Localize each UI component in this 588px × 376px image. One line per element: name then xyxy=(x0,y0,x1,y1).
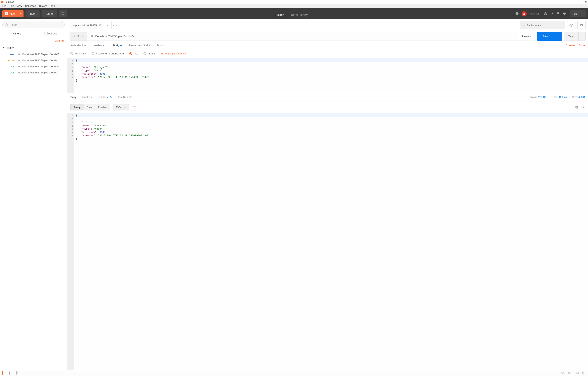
view-pretty[interactable]: Pretty xyxy=(71,104,84,110)
response-tab-tests[interactable]: Test Results xyxy=(118,95,132,98)
app-logo xyxy=(1,1,3,3)
subtab-authorization[interactable]: Authorization xyxy=(70,44,86,49)
sync-status: SYNC OFF xyxy=(529,12,541,15)
response-body-viewer[interactable]: 1234567 { "id": 5, "name": "Lasagne2", "… xyxy=(67,113,588,370)
view-preview[interactable]: Preview xyxy=(95,104,110,110)
wrap-lines-button[interactable] xyxy=(131,104,138,110)
history-item[interactable]: GEThttp://localhost:29435/api/v1/foods/2 xyxy=(0,63,67,70)
radio-binary[interactable]: binary xyxy=(143,52,155,55)
request-body-code[interactable]: { "name": "Lasagne2", "type": "Main", "c… xyxy=(74,58,588,93)
request-body-editor[interactable]: 123456 { "name": "Lasagne2", "type": "Ma… xyxy=(67,58,588,93)
send-dropdown[interactable]: ⌄ xyxy=(555,32,562,41)
size-value: 455 B xyxy=(578,96,585,98)
find-icon[interactable] xyxy=(10,372,13,375)
window-close-icon[interactable]: ✕ xyxy=(585,0,587,3)
sidebar-tab-history[interactable]: History xyxy=(0,30,33,37)
sync-badge-icon[interactable] xyxy=(522,11,527,16)
radio-raw[interactable]: raw xyxy=(129,52,138,55)
heart-icon[interactable] xyxy=(563,12,566,15)
size-label: Size: 455 B xyxy=(572,96,585,98)
svg-point-10 xyxy=(582,106,584,108)
svg-point-4 xyxy=(524,13,524,14)
window-maximize-icon[interactable]: ▢ xyxy=(578,0,580,3)
menubar: File Edit View Collection History Help xyxy=(0,4,588,8)
menu-history[interactable]: History xyxy=(37,4,48,8)
history-item[interactable]: PUThttp://localhost:29435/api/v1/foods/5 xyxy=(0,51,67,57)
menu-collection[interactable]: Collection xyxy=(24,4,38,8)
new-button-label: New xyxy=(10,12,15,15)
tabs-menu-button[interactable]: ••• xyxy=(112,21,119,29)
menu-help[interactable]: Help xyxy=(48,4,56,8)
modified-dot-icon xyxy=(120,45,122,46)
toolbar: +New ▾ Import Runner ▾ Builder Team Libr… xyxy=(0,8,588,19)
add-tab-button[interactable]: + xyxy=(104,21,112,29)
history-item[interactable]: POSThttp://localhost:29435/api/v1/foods xyxy=(0,57,67,63)
save-dropdown[interactable]: ⌄ xyxy=(578,32,586,41)
subtab-prerequest[interactable]: Pre-request Script xyxy=(128,44,150,49)
menu-edit[interactable]: Edit xyxy=(8,4,15,8)
view-raw[interactable]: Raw xyxy=(84,104,95,110)
response-tab-headers[interactable]: Headers (7) xyxy=(98,95,112,98)
console-icon[interactable] xyxy=(16,372,20,375)
history-section-today[interactable]: ▼Today xyxy=(0,44,67,51)
chevron-down-icon: ⌄ xyxy=(190,52,192,55)
search-response-icon[interactable] xyxy=(581,105,585,109)
layout-toggle-icon[interactable] xyxy=(2,372,6,375)
subtab-headers[interactable]: Headers(1) xyxy=(93,44,107,49)
new-dropdown[interactable]: ▾ xyxy=(18,10,23,17)
env-settings-button[interactable] xyxy=(577,21,586,29)
menu-file[interactable]: File xyxy=(1,4,8,8)
new-window-button[interactable]: ▾ xyxy=(59,10,67,17)
request-tab[interactable]: http://localhost:29435✕ xyxy=(70,21,104,29)
two-pane-icon[interactable] xyxy=(568,372,572,375)
sign-in-button[interactable]: Sign In xyxy=(570,10,586,17)
response-body-code: { "id": 5, "name": "Lasagne2", "type": "… xyxy=(74,113,588,370)
time-label: Time: 126 ms xyxy=(552,96,567,98)
subtab-body[interactable]: Body xyxy=(113,44,122,49)
subtab-tests[interactable]: Tests xyxy=(157,44,163,49)
radio-form-data[interactable]: form-data xyxy=(70,52,86,55)
window-title: Postman xyxy=(5,0,14,3)
copy-response-icon[interactable] xyxy=(575,105,578,109)
line-gutter: 123456 xyxy=(67,58,74,93)
history-item[interactable]: GEThttp://localhost:29435/api/v1/foods xyxy=(0,70,67,76)
environment-select[interactable]: No Environment⌄ xyxy=(520,21,565,29)
filter-input[interactable]: Filter xyxy=(2,21,65,28)
method-select[interactable]: PUT⌄ xyxy=(70,32,87,41)
chevron-down-icon: ⌄ xyxy=(561,24,562,27)
url-input[interactable]: http://localhost:29435/api/v1/foods/5 xyxy=(87,32,518,41)
response-tab-cookies[interactable]: Cookies xyxy=(82,95,92,98)
window-minimize-icon[interactable]: – xyxy=(572,0,573,3)
bulb-icon[interactable] xyxy=(561,372,565,375)
tab-builder[interactable]: Builder xyxy=(275,13,284,19)
import-button[interactable]: Import xyxy=(25,10,40,17)
svg-text:▾: ▾ xyxy=(64,12,65,14)
bell-icon[interactable] xyxy=(556,12,560,15)
statusbar xyxy=(0,370,588,376)
response-view-segment: Pretty Raw Preview xyxy=(70,104,110,110)
satellite-icon[interactable] xyxy=(515,12,519,15)
params-button[interactable]: Params xyxy=(518,32,535,41)
help-icon[interactable] xyxy=(582,372,586,375)
clear-all-link[interactable]: Clear all xyxy=(0,37,67,44)
keyboard-icon[interactable] xyxy=(575,372,578,375)
globe-icon[interactable] xyxy=(544,12,547,15)
search-icon xyxy=(5,23,9,26)
tab-team-library[interactable]: Team Library xyxy=(291,13,308,19)
menu-view[interactable]: View xyxy=(15,4,24,8)
runner-button[interactable]: Runner xyxy=(42,10,57,17)
env-preview-button[interactable] xyxy=(567,21,576,29)
sidebar-tab-collections[interactable]: Collections xyxy=(33,30,67,37)
send-button[interactable]: Send xyxy=(537,32,555,41)
new-button[interactable]: +New ▾ xyxy=(2,10,23,17)
content-type-select[interactable]: JSON (application/json)⌄ xyxy=(160,52,192,55)
close-tab-icon[interactable]: ✕ xyxy=(99,24,101,27)
wrench-icon[interactable] xyxy=(550,12,554,15)
radio-urlencoded[interactable]: x-www-form-urlencoded xyxy=(92,52,124,55)
cookies-link[interactable]: Cookies xyxy=(566,44,576,47)
response-format-select[interactable]: JSON⌄ xyxy=(113,104,129,110)
response-tab-body[interactable]: Body xyxy=(70,95,76,98)
save-button[interactable]: Save xyxy=(564,32,578,41)
plus-icon: + xyxy=(5,12,8,15)
code-link[interactable]: Code xyxy=(578,44,585,47)
